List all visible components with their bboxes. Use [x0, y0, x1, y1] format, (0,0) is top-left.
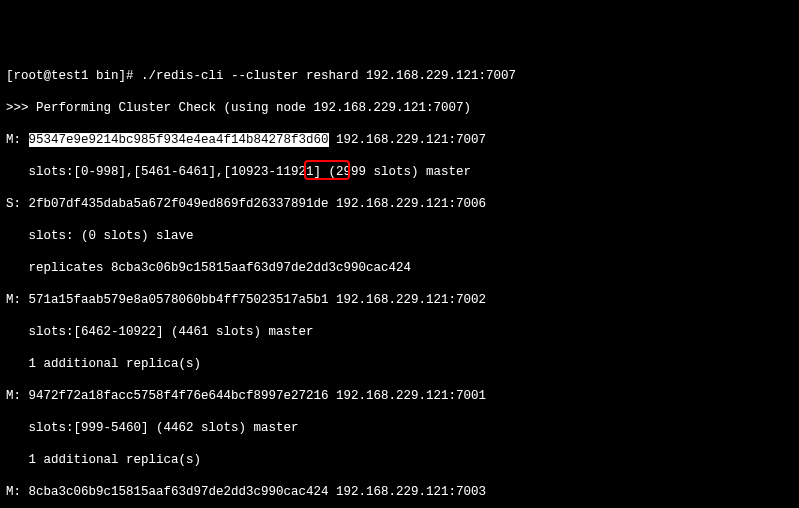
slots-suffix: slots) master: [374, 165, 472, 179]
master-node-7002-line3: 1 additional replica(s): [6, 356, 793, 372]
master-node-7002-line1: M: 571a15faab579e8a0578060bb4ff75023517a…: [6, 292, 793, 308]
cluster-check-header: >>> Performing Cluster Check (using node…: [6, 100, 793, 116]
slots-range-text: slots:[0-998],[5461-6461],[10923-11921]: [6, 165, 329, 179]
node-id-highlighted: 95347e9e9214bc985f934e4ea4f14b84278f3d60: [29, 133, 329, 147]
master-node-7002-line2: slots:[6462-10922] (4461 slots) master: [6, 324, 793, 340]
slave-node-7006-line3: replicates 8cba3c06b9c15815aaf63d97de2dd…: [6, 260, 793, 276]
node-type-m: M:: [6, 133, 29, 147]
slots-count-boxed: (2999: [329, 165, 374, 179]
slave-node-7006-line1: S: 2fb07df435daba5a672f049ed869fd2633789…: [6, 196, 793, 212]
master-node-7001-line1: M: 9472f72a18facc5758f4f76e644bcf8997e27…: [6, 388, 793, 404]
slave-node-7006-line2: slots: (0 slots) slave: [6, 228, 793, 244]
master-node-7007-line1: M: 95347e9e9214bc985f934e4ea4f14b84278f3…: [6, 132, 793, 148]
shell-prompt-line: [root@test1 bin]# ./redis-cli --cluster …: [6, 68, 793, 84]
master-node-7007-line2: slots:[0-998],[5461-6461],[10923-11921] …: [6, 164, 793, 180]
master-node-7003-line1: M: 8cba3c06b9c15815aaf63d97de2dd3c990cac…: [6, 484, 793, 500]
master-node-7001-line3: 1 additional replica(s): [6, 452, 793, 468]
master-node-7001-line2: slots:[999-5460] (4462 slots) master: [6, 420, 793, 436]
node-addr: 192.168.229.121:7007: [329, 133, 487, 147]
